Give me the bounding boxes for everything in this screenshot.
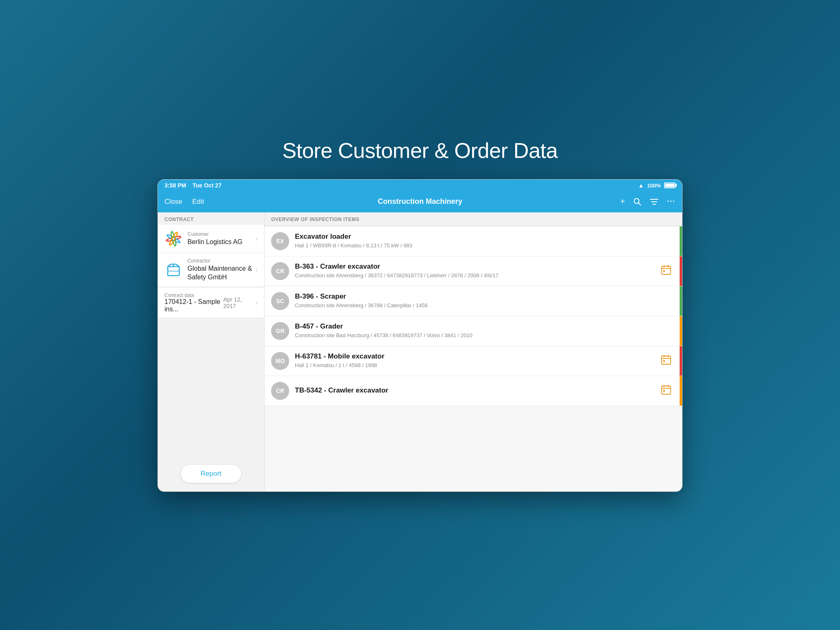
left-panel-spacer bbox=[158, 318, 264, 456]
filter-icon bbox=[650, 198, 659, 205]
svg-rect-21 bbox=[663, 360, 665, 362]
status-indicator bbox=[680, 226, 682, 256]
inspection-item[interactable]: EXExcavator loaderHall 1 / WB93R-8 / Kom… bbox=[265, 226, 682, 256]
contract-data-right: Apr 12, 2017 › bbox=[223, 296, 258, 309]
nav-left: Close Edit bbox=[164, 198, 238, 206]
inspection-item[interactable]: MOH-63781 - Mobile excavatorHall 1 / Kom… bbox=[265, 346, 682, 376]
nav-title: Construction Machinery bbox=[238, 197, 602, 206]
right-panel: OVERVIEW OF INSPECTION ITEMS EXExcavator… bbox=[265, 212, 682, 491]
item-avatar: SC bbox=[271, 292, 289, 310]
item-info: Excavator loaderHall 1 / WB93R-8 / Komat… bbox=[295, 233, 676, 249]
contractor-logo-svg bbox=[164, 261, 183, 279]
contract-data-content: Contract data 170412-1 - Sample ins... bbox=[164, 292, 223, 313]
calendar-icon bbox=[661, 265, 671, 278]
item-info: H-63781 - Mobile excavatorHall 1 / Komat… bbox=[295, 352, 661, 369]
contractor-value: Global Maintenance & Safety GmbH bbox=[187, 265, 252, 282]
nav-right: + ··· bbox=[602, 197, 676, 206]
item-subtitle: Construction site Bad Harzburg / 45738 /… bbox=[295, 332, 676, 339]
wifi-icon: ▲ bbox=[638, 182, 644, 189]
contractor-item[interactable]: Contractor Global Maintenance & Safety G… bbox=[158, 253, 264, 287]
svg-line-1 bbox=[638, 203, 641, 205]
svg-rect-26 bbox=[663, 390, 665, 392]
calendar-icon bbox=[661, 354, 671, 368]
contractor-content: Contractor Global Maintenance & Safety G… bbox=[187, 258, 252, 282]
item-title: B-363 - Crawler excavator bbox=[295, 262, 661, 271]
status-indicator bbox=[680, 376, 682, 406]
item-subtitle: Construction site Ahrensberg / 36372 / 6… bbox=[295, 272, 661, 279]
contract-data-label: Contract data bbox=[164, 292, 223, 298]
customer-value: Berlin Logistics AG bbox=[187, 238, 252, 247]
item-subtitle: Hall 1 / Komatsu / 1 t / 4588 / 1998 bbox=[295, 362, 661, 369]
customer-label: Customer bbox=[187, 231, 252, 237]
customer-chevron: › bbox=[256, 235, 258, 242]
add-button[interactable]: + bbox=[620, 197, 625, 206]
item-avatar: EX bbox=[271, 232, 289, 250]
more-button[interactable]: ··· bbox=[667, 197, 676, 206]
item-avatar: CR bbox=[271, 382, 289, 400]
contract-data-item[interactable]: Contract data 170412-1 - Sample ins... A… bbox=[158, 287, 264, 318]
battery-percent: 100% bbox=[647, 183, 661, 189]
item-info: B-457 - GraderConstruction site Bad Harz… bbox=[295, 322, 676, 339]
contract-section-header: CONTRACT bbox=[158, 212, 264, 225]
svg-rect-12 bbox=[662, 266, 671, 274]
inspection-item[interactable]: CRTB-5342 - Crawler excavator bbox=[265, 376, 682, 406]
status-time: 3:58 PM bbox=[164, 182, 186, 189]
item-title: Excavator loader bbox=[295, 233, 676, 241]
svg-rect-17 bbox=[662, 356, 671, 364]
device-frame: 3:58 PM Tue Oct 27 ▲ 100% Close Edit Co bbox=[158, 179, 682, 492]
status-right: ▲ 100% bbox=[638, 182, 676, 189]
status-indicator bbox=[680, 346, 682, 376]
svg-rect-16 bbox=[663, 270, 665, 272]
item-info: TB-5342 - Crawler excavator bbox=[295, 386, 661, 396]
edit-button[interactable]: Edit bbox=[192, 198, 204, 206]
calendar-icon bbox=[661, 384, 671, 397]
search-button[interactable] bbox=[633, 198, 641, 206]
item-avatar: CR bbox=[271, 262, 289, 280]
item-info: B-396 - ScraperConstruction site Ahrensb… bbox=[295, 292, 676, 309]
status-time-date: 3:58 PM Tue Oct 27 bbox=[164, 182, 221, 189]
left-panel: CONTRACT Customer Berlin Logistics AG bbox=[158, 212, 265, 491]
customer-logo bbox=[164, 230, 183, 248]
inspection-item[interactable]: CRB-363 - Crawler excavatorConstruction … bbox=[265, 256, 682, 286]
status-indicator bbox=[680, 256, 682, 286]
customer-content: Customer Berlin Logistics AG bbox=[187, 231, 252, 247]
hero-title: Store Customer & Order Data bbox=[158, 138, 682, 163]
inspection-item[interactable]: SCB-396 - ScraperConstruction site Ahren… bbox=[265, 286, 682, 316]
contract-date: Apr 12, 2017 bbox=[223, 296, 249, 309]
status-indicator bbox=[680, 286, 682, 316]
item-title: TB-5342 - Crawler excavator bbox=[295, 386, 661, 395]
contractor-logo bbox=[164, 261, 183, 279]
item-subtitle: Construction site Ahrensberg / 36788 / C… bbox=[295, 302, 676, 309]
main-content: CONTRACT Customer Berlin Logistics AG bbox=[158, 212, 682, 491]
contract-data-id: 170412-1 - Sample ins... bbox=[164, 298, 223, 313]
item-avatar: GR bbox=[271, 322, 289, 340]
report-button[interactable]: Report bbox=[180, 464, 242, 483]
page-wrapper: Store Customer & Order Data 3:58 PM Tue … bbox=[158, 138, 682, 492]
inspection-list: EXExcavator loaderHall 1 / WB93R-8 / Kom… bbox=[265, 226, 682, 491]
customer-logo-svg bbox=[164, 230, 183, 248]
item-subtitle: Hall 1 / WB93R-8 / Komatsu / 8,13 t / 75… bbox=[295, 242, 676, 249]
status-date: Tue Oct 27 bbox=[192, 182, 221, 189]
item-title: B-457 - Grader bbox=[295, 322, 676, 331]
customer-item[interactable]: Customer Berlin Logistics AG › bbox=[158, 225, 264, 253]
contract-data-chevron: › bbox=[256, 299, 258, 306]
report-btn-container: Report bbox=[158, 456, 264, 491]
search-icon bbox=[633, 198, 641, 206]
contractor-chevron: › bbox=[256, 266, 258, 274]
item-title: B-396 - Scraper bbox=[295, 292, 676, 301]
item-info: B-363 - Crawler excavatorConstruction si… bbox=[295, 262, 661, 279]
inspection-header: OVERVIEW OF INSPECTION ITEMS bbox=[265, 212, 682, 226]
item-title: H-63781 - Mobile excavator bbox=[295, 352, 661, 361]
status-indicator bbox=[680, 316, 682, 346]
close-button[interactable]: Close bbox=[164, 198, 182, 206]
inspection-item[interactable]: GRB-457 - GraderConstruction site Bad Ha… bbox=[265, 316, 682, 346]
filter-button[interactable] bbox=[650, 198, 659, 205]
status-bar: 3:58 PM Tue Oct 27 ▲ 100% bbox=[158, 180, 682, 191]
battery-icon bbox=[664, 183, 676, 188]
item-avatar: MO bbox=[271, 352, 289, 370]
nav-bar: Close Edit Construction Machinery + bbox=[158, 191, 682, 212]
svg-rect-22 bbox=[662, 386, 671, 394]
contractor-label: Contractor bbox=[187, 258, 252, 264]
